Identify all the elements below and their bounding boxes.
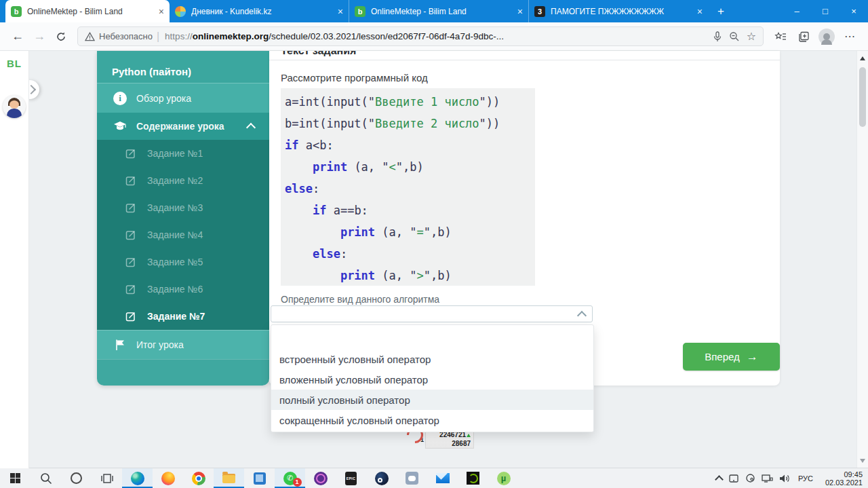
volume-tray-icon[interactable] xyxy=(779,474,791,483)
sidebar-item-summary[interactable]: Итог урока xyxy=(97,330,269,359)
favorites-bar-icon[interactable] xyxy=(769,26,792,48)
question-label: Определите вид данного алгоритма xyxy=(281,294,439,305)
sidebar-item-task-4[interactable]: Задание №4 xyxy=(97,221,269,248)
tab-close-icon[interactable]: × xyxy=(517,6,523,17)
lesson-sidebar: Python (пайтон) i Обзор урока Содержание… xyxy=(97,51,269,386)
taskbar-file-explorer[interactable] xyxy=(214,468,244,488)
language-indicator[interactable]: РУС xyxy=(798,474,813,483)
info-icon: i xyxy=(113,92,127,105)
bilimland-logo: BL xyxy=(0,58,28,69)
task-label: Задание №3 xyxy=(147,202,203,213)
taskbar: ✆1 EPIC µ РУС 09:4502.03.2021 xyxy=(0,468,868,488)
edit-task-icon xyxy=(123,284,139,295)
refresh-button[interactable] xyxy=(50,26,72,48)
task-label: Задание №7 xyxy=(147,311,205,322)
spiral-app-icon xyxy=(314,472,328,485)
sidebar-item-contents[interactable]: Содержание урока xyxy=(97,113,269,140)
favorite-star-icon[interactable]: ☆ xyxy=(747,30,756,43)
tab-close-icon[interactable]: × xyxy=(338,6,343,17)
student-avatar[interactable] xyxy=(3,95,26,118)
photos-icon xyxy=(254,472,266,485)
tablet-tray-icon[interactable] xyxy=(728,474,739,483)
taskbar-discord[interactable] xyxy=(397,468,427,488)
taskbar-search-button[interactable] xyxy=(31,468,61,488)
browser-tab[interactable]: bOnlineMektep - Bilim Land× xyxy=(5,0,170,22)
microphone-icon[interactable] xyxy=(713,31,722,42)
taskbar-firefox[interactable] xyxy=(153,468,183,488)
scrollbar-thumb[interactable] xyxy=(859,67,866,127)
code-line: if a<b: xyxy=(285,134,535,156)
address-bar[interactable]: Небезопасно | https://onlinemektep.org/s… xyxy=(77,26,764,46)
discord-icon xyxy=(406,472,418,485)
network-tray-icon[interactable] xyxy=(762,474,773,483)
code-line: else: xyxy=(285,178,535,200)
task-view-icon xyxy=(101,473,113,484)
taskbar-utorrent[interactable]: µ xyxy=(488,468,519,488)
scroll-up-arrow-icon[interactable] xyxy=(860,56,865,60)
taskbar-epic-games[interactable]: EPIC xyxy=(336,468,366,488)
sidebar-item-task-6[interactable]: Задание №6 xyxy=(97,276,269,303)
browser-tab[interactable]: 3ПАМОГИТЕ ПЖЖЖЖЖЖЖЖ× xyxy=(528,0,708,22)
utorrent-icon: µ xyxy=(497,472,511,485)
new-tab-button[interactable]: + xyxy=(708,0,734,22)
geforce-tray-icon[interactable] xyxy=(745,473,755,483)
tab-close-icon[interactable]: × xyxy=(159,6,164,17)
browser-tab[interactable]: Дневник - Kundelik.kz× xyxy=(170,0,349,22)
start-button[interactable] xyxy=(0,468,31,488)
bilimland-favicon-icon: b xyxy=(11,6,22,17)
nvidia-icon xyxy=(467,472,479,485)
scroll-down-arrow-icon[interactable] xyxy=(860,459,865,463)
dropdown-option[interactable]: полный условный оператор xyxy=(271,390,593,410)
browser-menu-button[interactable]: ⋯ xyxy=(838,26,861,48)
task-list: Задание №1Задание №2Задание №3Задание №4… xyxy=(97,140,269,330)
taskbar-clock[interactable]: 09:4502.03.2021 xyxy=(821,470,863,487)
edit-task-icon xyxy=(123,311,139,322)
collections-icon[interactable] xyxy=(792,26,815,48)
dropdown-option[interactable]: вложенный условный оператор xyxy=(271,369,593,390)
taskbar-steam[interactable] xyxy=(366,468,397,488)
refresh-icon xyxy=(56,31,66,42)
forward-button[interactable]: → xyxy=(28,26,50,48)
page-scrollbar[interactable] xyxy=(856,51,868,468)
task-label: Задание №5 xyxy=(147,257,203,267)
profile-avatar[interactable] xyxy=(815,26,838,48)
dropdown-list: встроенный условный операторвложенный ус… xyxy=(271,324,594,432)
minimize-button[interactable]: – xyxy=(783,0,811,22)
maximize-button[interactable]: □ xyxy=(811,0,840,22)
url-text[interactable]: https://onlinemektep.org/schedule/02.03.… xyxy=(165,31,706,41)
sidebar-item-task-1[interactable]: Задание №1 xyxy=(97,140,269,167)
sidebar-item-task-2[interactable]: Задание №2 xyxy=(97,167,269,194)
arrow-right-icon: → xyxy=(747,350,758,364)
firefox-icon xyxy=(161,472,175,485)
taskbar-photos[interactable] xyxy=(244,468,275,488)
hidden-icons-chevron[interactable] xyxy=(715,475,724,484)
sidebar-item-task-5[interactable]: Задание №5 xyxy=(97,248,269,276)
back-button[interactable]: ← xyxy=(7,26,28,48)
sidebar-item-task-7[interactable]: Задание №7 xyxy=(97,303,269,330)
taskbar-mail[interactable] xyxy=(427,468,458,488)
sidebar-item-task-3[interactable]: Задание №3 xyxy=(97,194,269,221)
browser-tab[interactable]: bOnlineMektep - Bilim Land× xyxy=(349,0,528,22)
taskbar-chrome[interactable] xyxy=(183,468,214,488)
zoom-out-icon[interactable] xyxy=(729,31,740,42)
taskbar-spiral-app[interactable] xyxy=(305,468,336,488)
taskbar-nvidia[interactable] xyxy=(458,468,488,488)
cortana-button[interactable] xyxy=(61,468,92,488)
sidebar-item-overview[interactable]: i Обзор урока xyxy=(97,83,269,113)
tab-close-icon[interactable]: × xyxy=(697,6,703,17)
select-chevron-up-icon xyxy=(577,311,587,320)
card-divider xyxy=(269,60,780,60)
dropdown-option[interactable] xyxy=(271,326,593,349)
course-title: Python (пайтон) xyxy=(97,51,269,83)
close-window-button[interactable]: × xyxy=(840,0,868,22)
answer-select[interactable] xyxy=(271,305,593,322)
contents-label: Содержание урока xyxy=(136,121,224,132)
task-view-button[interactable] xyxy=(92,468,122,488)
taskbar-whatsapp[interactable]: ✆1 xyxy=(275,468,305,488)
window-controls: – □ × xyxy=(783,0,868,22)
dropdown-option[interactable]: сокращенный условный оператор xyxy=(271,410,593,430)
dropdown-option[interactable]: встроенный условный оператор xyxy=(271,349,593,369)
next-button[interactable]: Вперед → xyxy=(683,343,780,371)
taskbar-edge[interactable] xyxy=(122,468,153,488)
security-label[interactable]: Небезопасно xyxy=(99,31,153,41)
